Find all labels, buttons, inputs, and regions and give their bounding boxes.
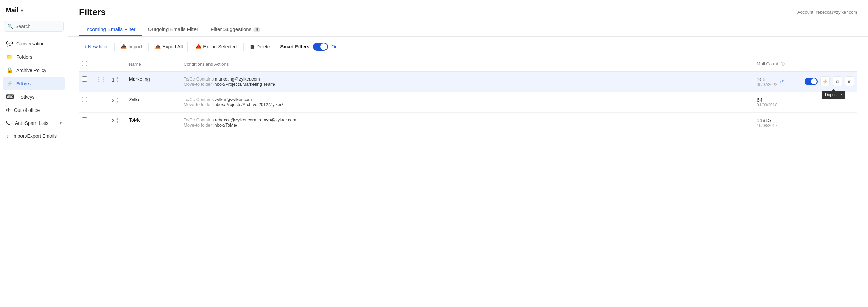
row-checkbox-2[interactable] xyxy=(82,97,87,102)
sidebar-item-folders[interactable]: 📁 Folders xyxy=(3,50,65,63)
undo-icon[interactable]: ↺ xyxy=(780,79,784,85)
search-icon: 🔍 xyxy=(7,24,13,29)
toolbar-separator-4 xyxy=(243,43,244,51)
action-row: Move-to folder Inbox/Projects/Marketing … xyxy=(184,82,751,87)
sidebar-item-conversation[interactable]: 💬 Conversation xyxy=(3,37,65,50)
row-checkbox-1[interactable] xyxy=(82,76,87,82)
select-all-checkbox[interactable] xyxy=(82,61,87,66)
account-info: Account: rebecca@zylker.com xyxy=(797,10,857,15)
toolbar-separator-3 xyxy=(189,43,189,51)
condition-row: To/Cc Contains marketing@zylker.com xyxy=(184,76,751,82)
toolbar-separator-2 xyxy=(148,43,149,51)
smart-filters-group: Smart Filters On xyxy=(280,43,338,51)
drag-handle[interactable]: ⋮⋮ xyxy=(96,77,106,83)
sidebar-item-label: Anti-Spam Lists xyxy=(15,120,56,126)
mail-count: 106 xyxy=(757,76,777,82)
folders-icon: 📁 xyxy=(6,54,13,60)
page-title-row: Filters Account: rebecca@zylker.com xyxy=(79,7,857,17)
duplicate-tooltip: Duplicate xyxy=(822,91,845,99)
import-export-icon: ↕ xyxy=(6,133,9,139)
tab-incoming[interactable]: Incoming Emails Filter xyxy=(79,23,142,36)
smart-filters-label: Smart Filters xyxy=(280,44,310,49)
table-row: ⋮⋮ 1 ▲▼ Marketing To/Cc Contains marketi… xyxy=(79,72,857,92)
import-button[interactable]: 📥 Import xyxy=(116,42,147,52)
export-all-button[interactable]: 📤 Export All xyxy=(150,42,188,52)
filter-name: ToMe xyxy=(129,117,141,123)
table-row: 2 ▲▼ Zylker To/Cc Contains zylker@zylker… xyxy=(79,92,857,113)
main-header: Filters Account: rebecca@zylker.com Inco… xyxy=(68,0,868,37)
action-row: Move-to folder Inbox/Projects/Archive 20… xyxy=(184,102,751,107)
app-title: Mail xyxy=(5,6,19,14)
export-selected-icon: 📤 xyxy=(196,44,201,49)
sidebar-item-label: Folders xyxy=(16,54,62,60)
export-selected-button[interactable]: 📤 Export Selected xyxy=(191,42,242,52)
sidebar-item-label: Conversation xyxy=(16,41,62,46)
chevron-down-icon: ▾ xyxy=(21,8,23,13)
row-number: 1 xyxy=(112,77,115,83)
col-header-mailcount: Mail Count ⓘ xyxy=(754,57,802,72)
main-content: Filters Account: rebecca@zylker.com Inco… xyxy=(68,0,868,307)
duplicate-button[interactable]: ⧉ xyxy=(833,76,842,86)
delete-row-button[interactable]: 🗑 xyxy=(845,76,854,86)
mail-count-info-icon[interactable]: ⓘ xyxy=(781,62,785,67)
sidebar-nav: 💬 Conversation 📁 Folders 🔒 Archive Polic… xyxy=(0,37,68,142)
toolbar-separator-1 xyxy=(114,43,115,51)
smart-filters-state: On xyxy=(331,44,338,49)
mail-count: 64 xyxy=(757,97,777,103)
export-all-icon: 📤 xyxy=(155,44,161,49)
sidebar-item-label: Filters xyxy=(16,81,62,86)
row-checkbox-3[interactable] xyxy=(82,117,87,122)
sidebar-item-filters[interactable]: ⚡ Filters xyxy=(3,77,65,90)
filters-table-wrapper: Name Conditions and Actions Mail Count ⓘ… xyxy=(68,57,868,307)
sidebar-item-archive-policy[interactable]: 🔒 Archive Policy xyxy=(3,64,65,76)
action-row: Move-to folder Inbox/ToMe/ xyxy=(184,122,751,128)
sort-arrows[interactable]: ▲▼ xyxy=(116,97,119,103)
sort-arrows[interactable]: ▲▼ xyxy=(116,117,119,124)
mail-date: 01/03/2018 xyxy=(757,103,777,107)
sidebar-item-label: Out of office xyxy=(14,107,62,113)
col-header-name: Name xyxy=(126,57,181,72)
toggle-knob xyxy=(811,78,817,84)
hotkeys-icon: ⌨ xyxy=(6,93,14,100)
mail-date: 19/08/2017 xyxy=(757,123,777,128)
tabs: Incoming Emails FilterOutgoing Emails Fi… xyxy=(79,23,857,36)
filter-name: Marketing xyxy=(129,76,150,82)
mail-date: 05/07/2022 xyxy=(757,82,777,87)
chevron-icon: ▾ xyxy=(60,121,62,126)
sidebar-item-out-of-office[interactable]: ✈ Out of office xyxy=(3,104,65,116)
search-input[interactable] xyxy=(4,21,64,32)
row-number: 3 xyxy=(112,118,115,123)
sidebar-item-label: Hotkeys xyxy=(17,94,62,100)
sidebar-header[interactable]: Mail ▾ xyxy=(0,0,68,18)
tab-badge-suggestions: 9 xyxy=(253,27,260,32)
conversation-icon: 💬 xyxy=(6,40,13,47)
out-of-office-icon: ✈ xyxy=(6,107,11,113)
sort-arrows[interactable]: ▲▼ xyxy=(116,76,119,83)
tab-suggestions[interactable]: Filter Suggestions9 xyxy=(204,23,266,36)
delete-button[interactable]: 🗑 Delete xyxy=(245,42,275,52)
archive-policy-icon: 🔒 xyxy=(6,67,13,73)
import-icon: 📥 xyxy=(121,44,127,49)
sidebar-item-hotkeys[interactable]: ⌨ Hotkeys xyxy=(3,90,65,103)
row-enable-toggle[interactable] xyxy=(805,78,818,85)
table-row: 3 ▲▼ ToMe To/Cc Contains rebecca@zylker.… xyxy=(79,113,857,133)
filters-icon: ⚡ xyxy=(6,80,13,87)
sidebar-item-anti-spam[interactable]: 🛡 Anti-Spam Lists ▾ xyxy=(3,117,65,129)
sidebar: Mail ▾ 🔍 💬 Conversation 📁 Folders 🔒 Arch… xyxy=(0,0,68,307)
page-title: Filters xyxy=(79,7,106,17)
tab-outgoing[interactable]: Outgoing Emails Filter xyxy=(142,23,205,36)
sidebar-item-import-export[interactable]: ↕ Import/Export Emails xyxy=(3,130,65,142)
condition-row: To/Cc Contains zylker@zylker.com xyxy=(184,97,751,102)
filter-name: Zylker xyxy=(129,97,142,102)
search-container: 🔍 xyxy=(4,21,64,32)
toggle-knob xyxy=(320,43,327,50)
filter-icon-button[interactable]: ⚡ xyxy=(820,76,830,86)
condition-row: To/Cc Contains rebecca@zylker.com, ramya… xyxy=(184,117,751,122)
mail-count: 11815 xyxy=(757,117,777,123)
sidebar-item-label: Archive Policy xyxy=(16,68,62,73)
new-filter-button[interactable]: + New filter xyxy=(79,42,113,52)
delete-icon: 🗑 xyxy=(250,44,255,49)
col-header-conditions: Conditions and Actions xyxy=(181,57,754,72)
smart-filters-toggle[interactable] xyxy=(313,43,328,51)
row-actions: ⚡ ⧉ Duplicate 🗑 xyxy=(805,76,854,86)
